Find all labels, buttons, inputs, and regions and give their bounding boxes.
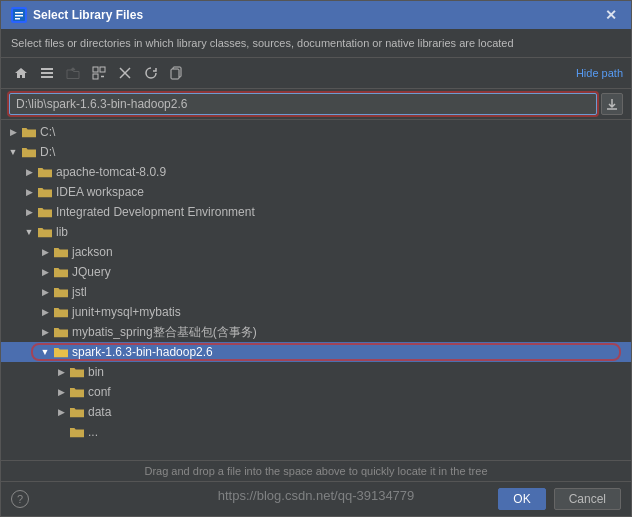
folder-icon (69, 424, 85, 440)
folder-icon (37, 164, 53, 180)
folder-icon (53, 244, 69, 260)
tree-item[interactable]: ▶ data (1, 402, 631, 422)
svg-rect-8 (100, 67, 105, 72)
description-text: Select files or directories in which lib… (1, 29, 631, 58)
tree-item-label: JQuery (72, 265, 111, 279)
folder-icon (53, 304, 69, 320)
copy-button[interactable] (165, 62, 189, 84)
expand-arrow: ▶ (5, 124, 21, 140)
path-download-button[interactable] (601, 93, 623, 115)
svg-rect-5 (41, 72, 53, 74)
tree-item[interactable]: ▶ apache-tomcat-8.0.9 (1, 162, 631, 182)
tree-item[interactable]: ▶ jackson (1, 242, 631, 262)
tree-item-label: ... (88, 425, 98, 439)
folder-icon (37, 184, 53, 200)
folder-icon (69, 384, 85, 400)
tree-item[interactable]: ▶ Integrated Development Environment (1, 202, 631, 222)
expand-arrow: ▼ (37, 344, 53, 360)
svg-rect-14 (171, 69, 179, 79)
tree-item-label: C:\ (40, 125, 55, 139)
folder-icon (53, 284, 69, 300)
help-button[interactable]: ? (11, 490, 29, 508)
title-bar: Select Library Files ✕ (1, 1, 631, 29)
dialog: Select Library Files ✕ Select files or d… (0, 0, 632, 517)
folder-icon (37, 204, 53, 220)
dialog-icon (11, 7, 27, 23)
tree-item-label: jackson (72, 245, 113, 259)
folder-icon (21, 124, 37, 140)
expand-arrow: ▶ (53, 384, 69, 400)
tree-item-label: spark-1.6.3-bin-hadoop2.6 (72, 345, 213, 359)
path-bar (1, 89, 631, 120)
tree-item[interactable]: ▼ D:\ (1, 142, 631, 162)
svg-rect-9 (93, 74, 98, 79)
tree-item-label: jstl (72, 285, 87, 299)
folder-icon (37, 224, 53, 240)
tree-item-selected[interactable]: ▼ spark-1.6.3-bin-hadoop2.6 (1, 342, 631, 362)
tree-item-label: junit+mysql+mybatis (72, 305, 181, 319)
folder-icon (21, 144, 37, 160)
tree-item[interactable]: ▼ lib (1, 222, 631, 242)
folder-icon (53, 344, 69, 360)
tree-item-label: IDEA workspace (56, 185, 144, 199)
tree-item[interactable]: ▶ JQuery (1, 262, 631, 282)
collapse-all-button[interactable] (87, 62, 111, 84)
expand-arrow: ▶ (21, 204, 37, 220)
tree-item[interactable]: ▶ bin (1, 362, 631, 382)
expand-arrow: ▶ (21, 184, 37, 200)
tree-item-label: mybatis_spring整合基础包(含事务) (72, 324, 257, 341)
tree-item[interactable]: ▶ conf (1, 382, 631, 402)
home-button[interactable] (9, 62, 33, 84)
folder-icon (53, 264, 69, 280)
expand-arrow: ▶ (53, 404, 69, 420)
svg-rect-4 (41, 68, 53, 70)
tree-item-label: D:\ (40, 145, 55, 159)
svg-rect-7 (93, 67, 98, 72)
path-input[interactable] (9, 93, 597, 115)
expand-arrow: ▶ (21, 164, 37, 180)
toolbar-buttons (9, 62, 189, 84)
expand-arrow: ▶ (37, 324, 53, 340)
folder-up-button[interactable] (61, 62, 85, 84)
expand-arrow: ▶ (37, 244, 53, 260)
folder-icon (69, 364, 85, 380)
tree-item-label: apache-tomcat-8.0.9 (56, 165, 166, 179)
svg-rect-6 (41, 76, 53, 78)
drag-hint: Drag and drop a file into the space abov… (1, 460, 631, 481)
refresh-button[interactable] (139, 62, 163, 84)
hide-path-link[interactable]: Hide path (576, 67, 623, 79)
tree-item[interactable]: ▶ IDEA workspace (1, 182, 631, 202)
svg-rect-3 (15, 18, 20, 20)
tree-item-label: lib (56, 225, 68, 239)
tree-item-label: conf (88, 385, 111, 399)
title-bar-left: Select Library Files (11, 7, 143, 23)
delete-button[interactable] (113, 62, 137, 84)
close-button[interactable]: ✕ (601, 7, 621, 23)
file-tree[interactable]: ▶ C:\ ▼ D:\ ▶ apache-tomcat-8.0.9 (1, 120, 631, 460)
expand-arrow: ▼ (5, 144, 21, 160)
cancel-button[interactable]: Cancel (554, 488, 621, 510)
list-view-button[interactable] (35, 62, 59, 84)
expand-arrow: ▶ (37, 284, 53, 300)
tree-item[interactable]: ▶ junit+mysql+mybatis (1, 302, 631, 322)
tree-item[interactable]: ▶ jstl (1, 282, 631, 302)
tree-item-label: bin (88, 365, 104, 379)
tree-item-label: data (88, 405, 111, 419)
toolbar: Hide path (1, 58, 631, 89)
svg-rect-1 (15, 12, 23, 14)
tree-item[interactable]: ▶ C:\ (1, 122, 631, 142)
bottom-bar: ? OK Cancel (1, 481, 631, 516)
svg-rect-2 (15, 15, 23, 17)
expand-arrow: ▶ (53, 364, 69, 380)
folder-icon (53, 324, 69, 340)
dialog-title: Select Library Files (33, 8, 143, 22)
tree-item[interactable]: ▶ mybatis_spring整合基础包(含事务) (1, 322, 631, 342)
ok-button[interactable]: OK (498, 488, 545, 510)
folder-icon (69, 404, 85, 420)
tree-item-label: Integrated Development Environment (56, 205, 255, 219)
bottom-buttons: OK Cancel (498, 488, 621, 510)
tree-item[interactable]: ▶ ... (1, 422, 631, 442)
expand-arrow: ▶ (37, 304, 53, 320)
expand-arrow: ▶ (37, 264, 53, 280)
expand-arrow: ▼ (21, 224, 37, 240)
